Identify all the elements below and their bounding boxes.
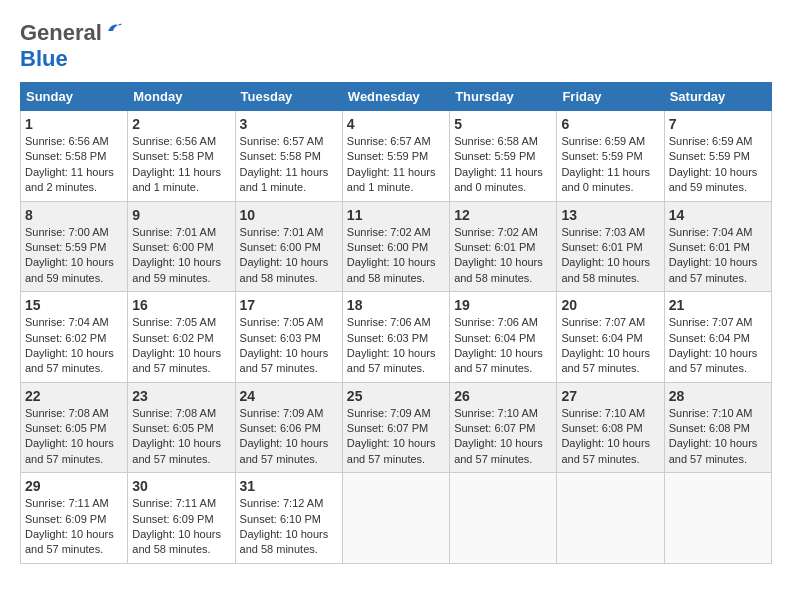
weekday-header-cell: Wednesday xyxy=(342,83,449,111)
day-number: 9 xyxy=(132,207,230,223)
day-number: 22 xyxy=(25,388,123,404)
sunrise-label: Sunrise: 6:56 AM xyxy=(132,135,216,147)
calendar-day-cell: 27 Sunrise: 7:10 AM Sunset: 6:08 PM Dayl… xyxy=(557,382,664,473)
daylight-label: Daylight: 10 hours and 57 minutes. xyxy=(347,347,436,374)
daylight-label: Daylight: 10 hours and 58 minutes. xyxy=(347,256,436,283)
daylight-label: Daylight: 10 hours and 57 minutes. xyxy=(132,437,221,464)
day-number: 24 xyxy=(240,388,338,404)
day-number: 13 xyxy=(561,207,659,223)
calendar-day-cell: 3 Sunrise: 6:57 AM Sunset: 5:58 PM Dayli… xyxy=(235,111,342,202)
daylight-label: Daylight: 10 hours and 58 minutes. xyxy=(240,528,329,555)
day-number: 3 xyxy=(240,116,338,132)
day-info: Sunrise: 7:01 AM Sunset: 6:00 PM Dayligh… xyxy=(240,225,338,287)
day-info: Sunrise: 7:00 AM Sunset: 5:59 PM Dayligh… xyxy=(25,225,123,287)
sunset-label: Sunset: 6:09 PM xyxy=(132,513,213,525)
sunrise-label: Sunrise: 6:59 AM xyxy=(669,135,753,147)
day-info: Sunrise: 7:04 AM Sunset: 6:02 PM Dayligh… xyxy=(25,315,123,377)
calendar-header-row: SundayMondayTuesdayWednesdayThursdayFrid… xyxy=(21,83,772,111)
day-number: 5 xyxy=(454,116,552,132)
day-info: Sunrise: 7:11 AM Sunset: 6:09 PM Dayligh… xyxy=(132,496,230,558)
calendar-day-cell: 5 Sunrise: 6:58 AM Sunset: 5:59 PM Dayli… xyxy=(450,111,557,202)
calendar-week-row: 15 Sunrise: 7:04 AM Sunset: 6:02 PM Dayl… xyxy=(21,292,772,383)
day-number: 15 xyxy=(25,297,123,313)
sunset-label: Sunset: 5:59 PM xyxy=(561,150,642,162)
sunrise-label: Sunrise: 7:02 AM xyxy=(454,226,538,238)
sunrise-label: Sunrise: 7:05 AM xyxy=(132,316,216,328)
calendar-day-cell: 13 Sunrise: 7:03 AM Sunset: 6:01 PM Dayl… xyxy=(557,201,664,292)
sunrise-label: Sunrise: 6:57 AM xyxy=(240,135,324,147)
calendar-week-row: 1 Sunrise: 6:56 AM Sunset: 5:58 PM Dayli… xyxy=(21,111,772,202)
calendar-day-cell: 12 Sunrise: 7:02 AM Sunset: 6:01 PM Dayl… xyxy=(450,201,557,292)
day-info: Sunrise: 6:59 AM Sunset: 5:59 PM Dayligh… xyxy=(669,134,767,196)
day-number: 4 xyxy=(347,116,445,132)
calendar-week-row: 29 Sunrise: 7:11 AM Sunset: 6:09 PM Dayl… xyxy=(21,473,772,564)
daylight-label: Daylight: 10 hours and 57 minutes. xyxy=(669,347,758,374)
daylight-label: Daylight: 10 hours and 57 minutes. xyxy=(347,437,436,464)
sunset-label: Sunset: 6:08 PM xyxy=(669,422,750,434)
daylight-label: Daylight: 10 hours and 57 minutes. xyxy=(454,347,543,374)
day-number: 10 xyxy=(240,207,338,223)
daylight-label: Daylight: 11 hours and 1 minute. xyxy=(240,166,329,193)
daylight-label: Daylight: 10 hours and 57 minutes. xyxy=(240,347,329,374)
daylight-label: Daylight: 10 hours and 58 minutes. xyxy=(561,256,650,283)
sunrise-label: Sunrise: 7:00 AM xyxy=(25,226,109,238)
calendar-day-cell xyxy=(664,473,771,564)
day-number: 25 xyxy=(347,388,445,404)
day-number: 18 xyxy=(347,297,445,313)
sunrise-label: Sunrise: 7:12 AM xyxy=(240,497,324,509)
sunset-label: Sunset: 5:59 PM xyxy=(669,150,750,162)
day-info: Sunrise: 7:05 AM Sunset: 6:03 PM Dayligh… xyxy=(240,315,338,377)
day-number: 14 xyxy=(669,207,767,223)
sunrise-label: Sunrise: 7:05 AM xyxy=(240,316,324,328)
daylight-label: Daylight: 11 hours and 1 minute. xyxy=(347,166,436,193)
day-number: 27 xyxy=(561,388,659,404)
day-number: 29 xyxy=(25,478,123,494)
day-info: Sunrise: 7:06 AM Sunset: 6:03 PM Dayligh… xyxy=(347,315,445,377)
daylight-label: Daylight: 11 hours and 0 minutes. xyxy=(561,166,650,193)
weekday-header-cell: Monday xyxy=(128,83,235,111)
weekday-header-cell: Thursday xyxy=(450,83,557,111)
day-number: 26 xyxy=(454,388,552,404)
sunset-label: Sunset: 6:04 PM xyxy=(669,332,750,344)
day-number: 17 xyxy=(240,297,338,313)
calendar-day-cell: 28 Sunrise: 7:10 AM Sunset: 6:08 PM Dayl… xyxy=(664,382,771,473)
calendar-week-row: 22 Sunrise: 7:08 AM Sunset: 6:05 PM Dayl… xyxy=(21,382,772,473)
sunrise-label: Sunrise: 6:57 AM xyxy=(347,135,431,147)
daylight-label: Daylight: 10 hours and 58 minutes. xyxy=(454,256,543,283)
day-info: Sunrise: 7:11 AM Sunset: 6:09 PM Dayligh… xyxy=(25,496,123,558)
sunrise-label: Sunrise: 7:01 AM xyxy=(240,226,324,238)
calendar-day-cell: 17 Sunrise: 7:05 AM Sunset: 6:03 PM Dayl… xyxy=(235,292,342,383)
sunset-label: Sunset: 6:02 PM xyxy=(132,332,213,344)
sunset-label: Sunset: 6:04 PM xyxy=(561,332,642,344)
day-number: 12 xyxy=(454,207,552,223)
sunrise-label: Sunrise: 7:10 AM xyxy=(454,407,538,419)
day-number: 23 xyxy=(132,388,230,404)
daylight-label: Daylight: 10 hours and 57 minutes. xyxy=(454,437,543,464)
calendar-day-cell: 16 Sunrise: 7:05 AM Sunset: 6:02 PM Dayl… xyxy=(128,292,235,383)
sunset-label: Sunset: 6:00 PM xyxy=(132,241,213,253)
sunset-label: Sunset: 6:00 PM xyxy=(240,241,321,253)
weekday-header-cell: Friday xyxy=(557,83,664,111)
day-info: Sunrise: 6:56 AM Sunset: 5:58 PM Dayligh… xyxy=(132,134,230,196)
day-info: Sunrise: 6:59 AM Sunset: 5:59 PM Dayligh… xyxy=(561,134,659,196)
logo-blue-text: Blue xyxy=(20,46,68,72)
calendar-day-cell: 7 Sunrise: 6:59 AM Sunset: 5:59 PM Dayli… xyxy=(664,111,771,202)
sunset-label: Sunset: 6:05 PM xyxy=(25,422,106,434)
calendar-body: 1 Sunrise: 6:56 AM Sunset: 5:58 PM Dayli… xyxy=(21,111,772,564)
sunrise-label: Sunrise: 7:09 AM xyxy=(347,407,431,419)
calendar-day-cell xyxy=(450,473,557,564)
day-info: Sunrise: 7:03 AM Sunset: 6:01 PM Dayligh… xyxy=(561,225,659,287)
sunrise-label: Sunrise: 7:04 AM xyxy=(669,226,753,238)
calendar-day-cell: 9 Sunrise: 7:01 AM Sunset: 6:00 PM Dayli… xyxy=(128,201,235,292)
sunrise-label: Sunrise: 7:11 AM xyxy=(25,497,109,509)
sunset-label: Sunset: 6:08 PM xyxy=(561,422,642,434)
calendar-week-row: 8 Sunrise: 7:00 AM Sunset: 5:59 PM Dayli… xyxy=(21,201,772,292)
logo-bird-icon xyxy=(104,21,122,39)
calendar-day-cell: 8 Sunrise: 7:00 AM Sunset: 5:59 PM Dayli… xyxy=(21,201,128,292)
calendar-day-cell: 1 Sunrise: 6:56 AM Sunset: 5:58 PM Dayli… xyxy=(21,111,128,202)
sunrise-label: Sunrise: 7:08 AM xyxy=(132,407,216,419)
day-info: Sunrise: 6:56 AM Sunset: 5:58 PM Dayligh… xyxy=(25,134,123,196)
sunrise-label: Sunrise: 7:11 AM xyxy=(132,497,216,509)
calendar-day-cell: 22 Sunrise: 7:08 AM Sunset: 6:05 PM Dayl… xyxy=(21,382,128,473)
daylight-label: Daylight: 10 hours and 57 minutes. xyxy=(669,256,758,283)
